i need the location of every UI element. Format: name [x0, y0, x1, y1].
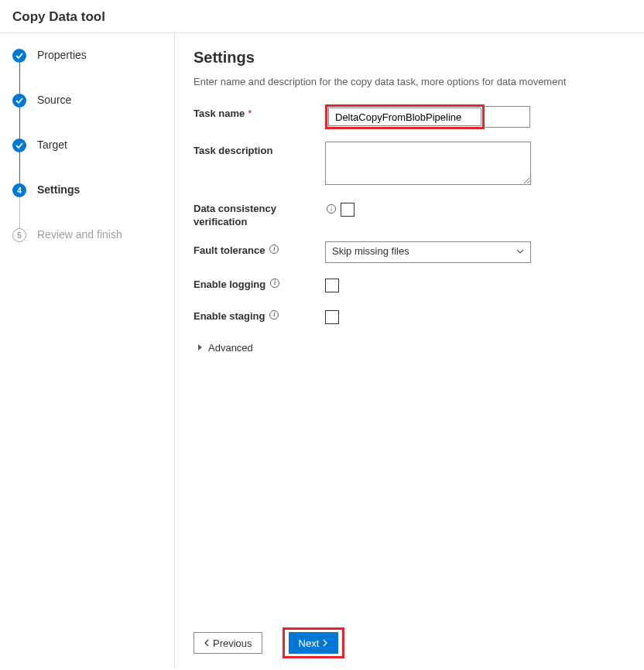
step-label: Properties — [37, 49, 87, 61]
fault-tolerance-label: Fault tolerance i — [194, 241, 325, 258]
enable-staging-checkbox[interactable] — [325, 310, 339, 324]
previous-button[interactable]: Previous — [194, 632, 262, 654]
enable-logging-label: Enable logging i — [194, 275, 325, 292]
step-number-icon: 4 — [12, 183, 26, 197]
checkmark-icon — [12, 49, 26, 63]
enable-staging-row: Enable staging i — [194, 307, 621, 326]
page-title: Settings — [194, 49, 621, 67]
input-extension — [484, 106, 530, 128]
tool-title: Copy Data tool — [12, 9, 632, 25]
step-connector — [19, 108, 20, 138]
step-number-icon: 5 — [12, 228, 26, 242]
step-label: Target — [37, 138, 67, 151]
fault-tolerance-select[interactable]: Skip missing files — [325, 241, 531, 263]
tool-header: Copy Data tool — [0, 0, 644, 33]
info-icon[interactable]: i — [269, 244, 279, 254]
highlight-next: Next — [283, 627, 345, 658]
step-connector — [19, 197, 20, 228]
task-name-input[interactable] — [328, 108, 481, 126]
checkmark-icon — [12, 94, 26, 108]
step-connector — [19, 152, 20, 183]
enable-logging-row: Enable logging i — [194, 275, 621, 295]
info-icon[interactable]: i — [327, 204, 336, 214]
step-source[interactable]: Source — [12, 94, 162, 138]
step-target[interactable]: Target — [12, 138, 162, 183]
chevron-right-icon — [322, 638, 328, 649]
wizard-sidebar: Properties Source Target 4 Settings 5 Re… — [0, 33, 174, 669]
highlight-task-name — [325, 104, 485, 129]
step-properties[interactable]: Properties — [12, 49, 162, 94]
main-content: Settings Enter name and description for … — [174, 33, 644, 669]
step-label: Source — [37, 94, 71, 106]
page-subtitle: Enter name and description for the copy … — [194, 76, 621, 87]
data-consistency-label: Data consistency verification — [194, 200, 325, 229]
info-icon[interactable]: i — [269, 310, 279, 320]
enable-staging-label: Enable staging i — [194, 307, 325, 323]
task-description-input[interactable] — [325, 142, 531, 185]
step-review-and-finish[interactable]: 5 Review and finish — [12, 228, 162, 242]
task-name-label: Task name * — [194, 104, 325, 121]
info-icon[interactable]: i — [270, 279, 279, 288]
advanced-label: Advanced — [208, 342, 253, 354]
fault-tolerance-row: Fault tolerance i Skip missing files — [194, 241, 621, 263]
required-asterisk: * — [248, 108, 252, 121]
next-button[interactable]: Next — [289, 632, 339, 654]
checkmark-icon — [12, 138, 26, 152]
task-description-row: Task description — [194, 142, 621, 187]
footer-buttons: Previous Next — [194, 627, 344, 658]
chevron-left-icon — [204, 638, 210, 649]
data-consistency-checkbox[interactable] — [341, 203, 355, 217]
step-settings[interactable]: 4 Settings — [12, 183, 162, 228]
step-connector — [19, 63, 20, 94]
data-consistency-row: Data consistency verification i — [194, 200, 621, 229]
advanced-toggle[interactable]: Advanced — [198, 342, 621, 354]
task-description-label: Task description — [194, 142, 325, 158]
step-label: Settings — [37, 183, 80, 196]
task-name-row: Task name * — [194, 104, 621, 129]
step-label: Review and finish — [37, 228, 122, 241]
chevron-right-icon — [198, 344, 202, 350]
enable-logging-checkbox[interactable] — [325, 279, 339, 292]
